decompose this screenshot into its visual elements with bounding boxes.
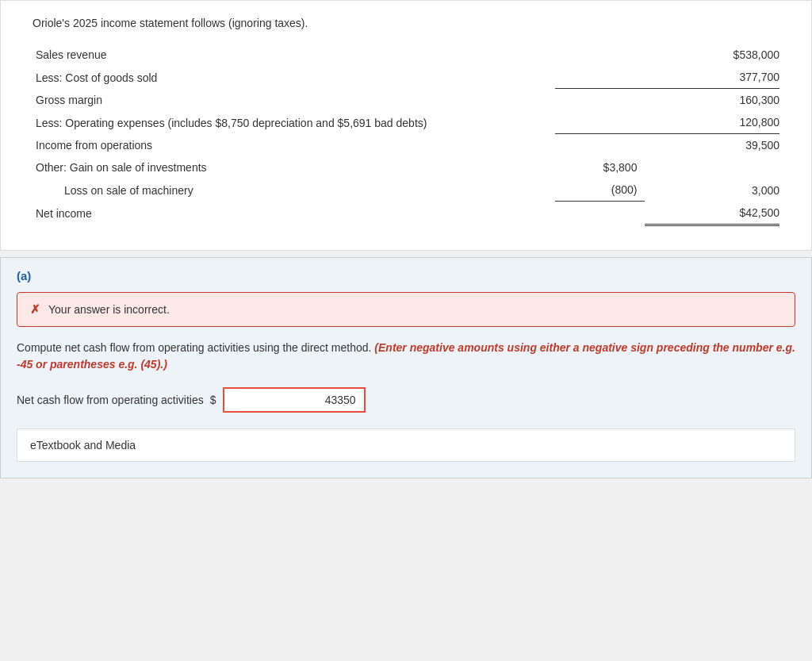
- row-right: $42,500: [645, 202, 779, 225]
- row-right: 120,800: [645, 111, 779, 134]
- table-row: Income from operations 39,500: [33, 134, 779, 157]
- income-table: Sales revenue $538,000 Less: Cost of goo…: [33, 44, 779, 226]
- row-mid: (800): [555, 179, 645, 202]
- page-wrapper: Oriole's 2025 income statement follows (…: [0, 0, 812, 478]
- row-mid: [555, 111, 645, 134]
- table-row: Gross margin 160,300: [33, 89, 779, 112]
- row-mid: [555, 134, 645, 157]
- row-right: $538,000: [645, 44, 779, 66]
- table-row: Other: Gain on sale of investments $3,80…: [33, 156, 779, 179]
- table-row: Less: Cost of goods sold 377,700: [33, 66, 779, 89]
- table-row: Sales revenue $538,000: [33, 44, 779, 66]
- income-statement-section: Oriole's 2025 income statement follows (…: [0, 0, 812, 251]
- part-label: (a): [17, 269, 795, 282]
- row-label: Income from operations: [33, 134, 555, 157]
- etextbook-label: eTextbook and Media: [30, 439, 136, 452]
- row-label: Gross margin: [33, 89, 555, 112]
- intro-text: Oriole's 2025 income statement follows (…: [33, 17, 779, 29]
- row-label: Less: Operating expenses (includes $8,75…: [33, 111, 555, 134]
- row-right: 3,000: [645, 179, 779, 202]
- row-mid: [555, 202, 645, 225]
- table-row: Less: Operating expenses (includes $8,75…: [33, 111, 779, 134]
- row-mid: [555, 44, 645, 66]
- error-icon: ✗: [30, 302, 40, 317]
- input-label: Net cash flow from operating activities: [17, 394, 204, 406]
- part-a-section: (a) ✗ Your answer is incorrect. Compute …: [0, 257, 812, 478]
- etextbook-section: eTextbook and Media: [17, 428, 795, 462]
- row-label: Loss on sale of machinery: [33, 179, 555, 202]
- row-mid: [555, 89, 645, 112]
- error-message: Your answer is incorrect.: [48, 303, 170, 316]
- row-mid: [555, 66, 645, 89]
- instructions-main: Compute net cash flow from operating act…: [17, 341, 374, 354]
- table-row: Loss on sale of machinery (800) 3,000: [33, 179, 779, 202]
- row-right: 160,300: [645, 89, 779, 112]
- row-right: [645, 156, 779, 179]
- net-cash-flow-input[interactable]: [223, 387, 366, 413]
- row-right: 377,700: [645, 66, 779, 89]
- row-label: Net income: [33, 202, 555, 225]
- row-mid: $3,800: [555, 156, 645, 179]
- row-right: 39,500: [645, 134, 779, 157]
- row-label: Other: Gain on sale of investments: [33, 156, 555, 179]
- input-row: Net cash flow from operating activities …: [17, 387, 795, 413]
- table-row: Net income $42,500: [33, 202, 779, 225]
- instructions-text: Compute net cash flow from operating act…: [17, 340, 795, 373]
- dollar-sign: $: [210, 394, 216, 406]
- error-box: ✗ Your answer is incorrect.: [17, 292, 795, 327]
- row-label: Sales revenue: [33, 44, 555, 66]
- row-label: Less: Cost of goods sold: [33, 66, 555, 89]
